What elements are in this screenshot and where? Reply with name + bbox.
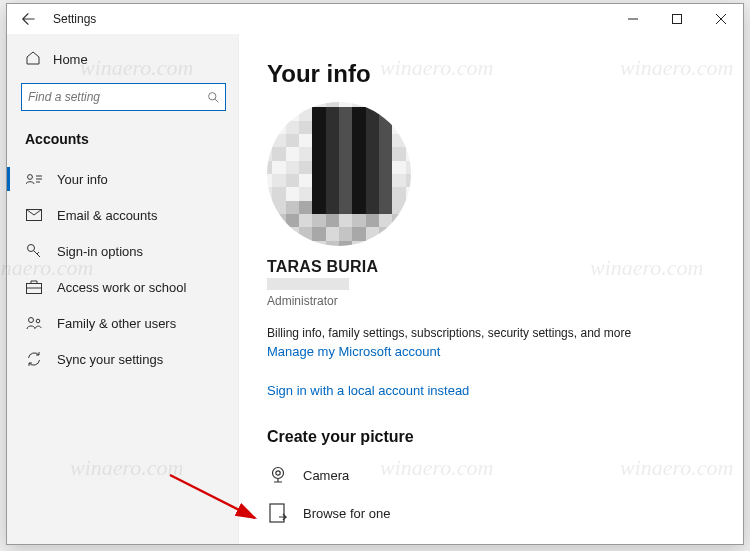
search-field[interactable]	[22, 90, 201, 104]
browse-label: Browse for one	[303, 506, 390, 521]
manage-account-link[interactable]: Manage my Microsoft account	[267, 344, 440, 359]
svg-point-1	[208, 92, 215, 99]
sidebar-item-email[interactable]: Email & accounts	[7, 197, 238, 233]
sidebar-item-label: Email & accounts	[57, 208, 157, 223]
sidebar-item-label: Access work or school	[57, 280, 186, 295]
sidebar-item-label: Sync your settings	[57, 352, 163, 367]
billing-description: Billing info, family settings, subscript…	[267, 326, 719, 340]
page-title: Your info	[267, 60, 719, 88]
camera-icon	[267, 465, 289, 485]
sidebar-item-label: Your info	[57, 172, 108, 187]
sidebar-section-title: Accounts	[25, 131, 238, 147]
sidebar-item-label: Sign-in options	[57, 244, 143, 259]
content-pane: Your info TARAS BURIA Administrator Bill…	[239, 34, 743, 544]
home-icon	[25, 50, 41, 69]
camera-label: Camera	[303, 468, 349, 483]
search-input[interactable]	[21, 83, 226, 111]
home-nav[interactable]: Home	[7, 42, 238, 79]
svg-rect-0	[673, 14, 682, 23]
sidebar-item-your-info[interactable]: Your info	[7, 161, 238, 197]
key-icon	[25, 243, 43, 259]
sidebar-item-signin[interactable]: Sign-in options	[7, 233, 238, 269]
sync-icon	[25, 351, 43, 367]
sidebar-item-family[interactable]: Family & other users	[7, 305, 238, 341]
sidebar: Home Accounts Your info	[7, 34, 239, 544]
user-email-redacted	[267, 278, 349, 290]
user-card-icon	[25, 173, 43, 185]
avatar	[267, 102, 411, 246]
close-button[interactable]	[699, 4, 743, 33]
people-icon	[25, 316, 43, 330]
arrow-left-icon	[21, 12, 35, 26]
minimize-button[interactable]	[611, 4, 655, 33]
user-name: TARAS BURIA	[267, 258, 719, 276]
camera-option[interactable]: Camera	[267, 460, 719, 490]
svg-point-7	[36, 319, 40, 323]
home-label: Home	[53, 52, 88, 67]
maximize-icon	[672, 14, 682, 24]
window-title: Settings	[53, 12, 96, 26]
svg-rect-10	[270, 504, 284, 522]
browse-option[interactable]: Browse for one	[267, 498, 719, 528]
window-controls	[611, 4, 743, 33]
picture-heading: Create your picture	[267, 428, 719, 446]
svg-point-6	[29, 318, 34, 323]
user-role: Administrator	[267, 294, 719, 308]
maximize-button[interactable]	[655, 4, 699, 33]
settings-window: Settings Home	[6, 3, 744, 545]
local-account-link[interactable]: Sign in with a local account instead	[267, 383, 469, 398]
svg-point-9	[276, 471, 280, 475]
email-icon	[25, 209, 43, 221]
search-icon	[201, 91, 225, 104]
sidebar-item-sync[interactable]: Sync your settings	[7, 341, 238, 377]
svg-point-8	[273, 468, 284, 479]
back-button[interactable]	[7, 4, 49, 33]
svg-point-2	[28, 175, 33, 180]
sidebar-item-label: Family & other users	[57, 316, 176, 331]
svg-point-4	[28, 245, 35, 252]
sidebar-item-work[interactable]: Access work or school	[7, 269, 238, 305]
briefcase-icon	[25, 280, 43, 294]
titlebar: Settings	[7, 4, 743, 34]
browse-icon	[267, 503, 289, 523]
minimize-icon	[628, 14, 638, 24]
close-icon	[716, 14, 726, 24]
